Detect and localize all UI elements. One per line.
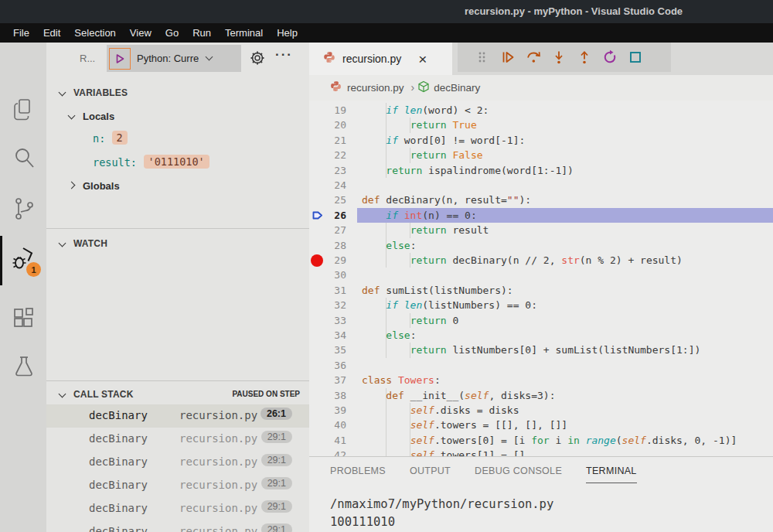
line-number[interactable]: 28: [309, 238, 346, 253]
vscode-window: recursion.py - myPython - Visual Studio …: [0, 0, 773, 532]
menu-item-view[interactable]: View: [123, 27, 158, 39]
step-into-button[interactable]: [551, 49, 567, 65]
terminal-output[interactable]: /nmaximo7/myPython/recursion.py100111010: [330, 496, 553, 531]
watch-section-header[interactable]: WATCH: [46, 236, 309, 253]
menu-item-file[interactable]: File: [6, 27, 36, 39]
code-line[interactable]: 26 if int(n) == 0:: [309, 208, 773, 223]
menu-item-run[interactable]: Run: [186, 27, 218, 39]
extensions-icon[interactable]: [11, 305, 37, 332]
code-line[interactable]: 32 if len(listNumbers) == 0:: [309, 298, 773, 312]
line-number[interactable]: 31: [309, 283, 346, 298]
breakpoint-icon[interactable]: [311, 254, 323, 267]
locals-scope[interactable]: Locals: [46, 108, 309, 125]
code-line[interactable]: 25def decBinary(n, result=""):: [309, 193, 773, 207]
stop-button[interactable]: [628, 49, 643, 65]
code-line[interactable]: 28 else:: [309, 238, 773, 253]
code-line[interactable]: 19 if len(word) < 2:: [309, 103, 773, 118]
call-stack-frame[interactable]: decBinaryrecursion.py29:1: [46, 474, 309, 497]
code-line[interactable]: 38 def __init__(self, disks=3):: [309, 388, 773, 403]
code-line[interactable]: 35 return listNumbers[0] + sumList(listN…: [309, 343, 773, 357]
line-number[interactable]: 23: [309, 163, 346, 178]
code-line[interactable]: 33 return 0: [309, 313, 773, 328]
code-line[interactable]: 21 if word[0] != word[-1]:: [309, 133, 773, 148]
step-out-button[interactable]: [577, 49, 592, 65]
continue-button[interactable]: [500, 49, 516, 65]
code-line[interactable]: 23 return ispalindrome(word[1:-1]): [309, 163, 773, 178]
call-stack-section-header[interactable]: CALL STACK PAUSED ON STEP: [46, 387, 309, 404]
line-number[interactable]: 42: [309, 448, 346, 456]
call-stack-frame[interactable]: decBinaryrecursion.py29:1: [46, 451, 309, 474]
breadcrumb-file[interactable]: recursion.py: [347, 82, 404, 94]
testing-icon[interactable]: [11, 353, 37, 380]
frame-position-badge: 29:1: [261, 500, 292, 513]
code-line[interactable]: 41 self.towers[0] = [i for i in range(se…: [309, 433, 773, 448]
tab-recursion-py[interactable]: recursion.py ×: [309, 43, 452, 75]
code-line[interactable]: 29 return decBinary(n // 2, str(n % 2) +…: [309, 253, 773, 268]
menu-item-edit[interactable]: Edit: [36, 27, 67, 39]
line-number[interactable]: 25: [309, 193, 346, 207]
menu-item-selection[interactable]: Selection: [67, 27, 122, 39]
code-editor[interactable]: 19 if len(word) < 2:20 return True21 if …: [309, 101, 773, 456]
line-number[interactable]: 19: [309, 103, 346, 118]
code-line[interactable]: 27 return result: [309, 223, 773, 237]
call-stack-frame[interactable]: decBinaryrecursion.py29:1: [46, 428, 309, 451]
code-line[interactable]: 39 self.disks = disks: [309, 403, 773, 418]
close-icon[interactable]: ×: [418, 52, 427, 66]
line-number[interactable]: 38: [309, 388, 346, 403]
drag-handle-icon[interactable]: [475, 49, 490, 65]
code-line[interactable]: 31def sumList(listNumbers):: [309, 283, 773, 298]
variables-section-header[interactable]: VARIABLES: [46, 85, 309, 102]
line-number[interactable]: 32: [309, 298, 346, 312]
code-line[interactable]: 30: [309, 268, 773, 282]
code-line[interactable]: 40 self.towers = [[], [], []]: [309, 418, 773, 432]
line-number[interactable]: 20: [309, 118, 346, 132]
panel-tab-debug-console[interactable]: DEBUG CONSOLE: [475, 466, 562, 483]
line-number[interactable]: 24: [309, 178, 346, 193]
globals-scope[interactable]: Globals: [46, 178, 309, 195]
line-number[interactable]: 34: [309, 328, 346, 343]
panel-tab-output[interactable]: OUTPUT: [410, 466, 451, 483]
line-number[interactable]: 41: [309, 433, 346, 448]
more-actions-icon[interactable]: ···: [275, 47, 293, 63]
line-number[interactable]: 33: [309, 313, 346, 328]
panel-tab-terminal[interactable]: TERMINAL: [586, 466, 637, 483]
call-stack-frame[interactable]: decBinaryrecursion.py26:1: [46, 404, 309, 428]
code-line[interactable]: 34 else:: [309, 328, 773, 343]
frame-position-badge: 29:1: [261, 477, 292, 489]
search-icon[interactable]: [11, 145, 37, 171]
step-over-button[interactable]: [526, 49, 541, 65]
breadcrumb-symbol[interactable]: decBinary: [434, 82, 480, 94]
start-debug-button[interactable]: [109, 48, 131, 70]
source-control-icon[interactable]: [11, 196, 37, 222]
variable-row[interactable]: result:'0111010': [46, 154, 309, 172]
line-number[interactable]: 21: [309, 133, 346, 148]
debug-config-dropdown[interactable]: Python: Curre: [107, 45, 241, 72]
debug-sidebar: R... Python: Curre ··· VARIABLES Locals …: [46, 43, 309, 532]
code-line[interactable]: 42 self.towers[1] = []: [309, 448, 773, 456]
panel-tab-problems[interactable]: PROBLEMS: [330, 466, 386, 483]
menu-item-help[interactable]: Help: [270, 27, 305, 39]
code-line[interactable]: 37class Towers:: [309, 373, 773, 387]
panel-tab-bar: PROBLEMSOUTPUTDEBUG CONSOLETERMINAL: [330, 466, 637, 483]
call-stack-frame[interactable]: decBinaryrecursion.py29:1: [46, 520, 309, 532]
explorer-icon[interactable]: [11, 97, 37, 123]
line-number[interactable]: 36: [309, 358, 346, 373]
line-number[interactable]: 22: [309, 148, 346, 162]
gear-icon[interactable]: [250, 50, 265, 66]
code-line[interactable]: 22 return False: [309, 148, 773, 162]
line-number[interactable]: 35: [309, 343, 346, 357]
code-line[interactable]: 36: [309, 358, 773, 373]
restart-button[interactable]: [602, 49, 618, 65]
line-number[interactable]: 39: [309, 403, 346, 418]
code-line[interactable]: 20 return True: [309, 118, 773, 132]
call-stack-frame[interactable]: decBinaryrecursion.py29:1: [46, 497, 309, 520]
line-number[interactable]: 30: [309, 268, 346, 282]
code-line[interactable]: 24: [309, 178, 773, 193]
menu-item-terminal[interactable]: Terminal: [218, 27, 270, 39]
line-number[interactable]: 40: [309, 418, 346, 432]
variable-row[interactable]: n:2: [46, 130, 309, 148]
frame-file: recursion.py: [179, 455, 257, 468]
line-number[interactable]: 27: [309, 223, 346, 237]
menu-item-go[interactable]: Go: [158, 27, 186, 39]
line-number[interactable]: 37: [309, 373, 346, 387]
